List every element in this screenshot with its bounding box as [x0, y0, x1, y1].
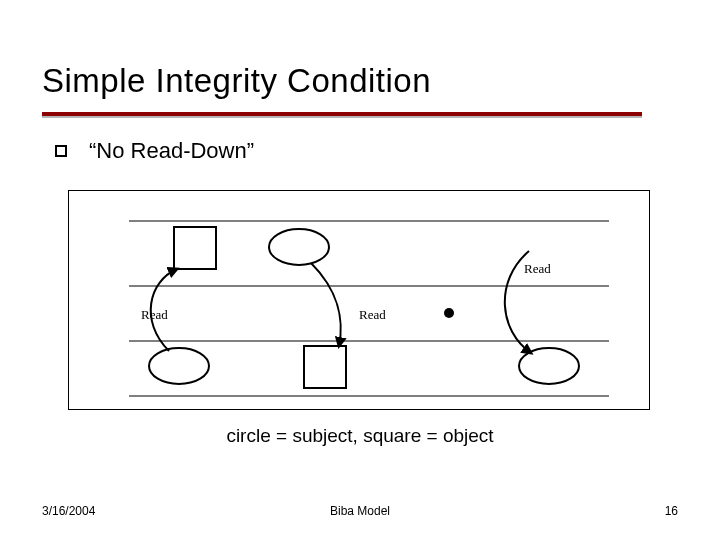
- read-label-mid: Read: [359, 307, 386, 322]
- arrow-read-mid: [311, 263, 341, 346]
- read-label-right: Read: [524, 261, 551, 276]
- read-label-left: Read: [141, 307, 168, 322]
- dot-icon: [444, 308, 454, 318]
- diagram-svg: Read Read Read: [69, 191, 651, 411]
- bullet-item: “No Read-Down”: [55, 138, 254, 164]
- bullet-marker-icon: [55, 145, 67, 157]
- slide: Simple Integrity Condition “No Read-Down…: [0, 0, 720, 540]
- object-square: [174, 227, 216, 269]
- subject-circle: [269, 229, 329, 265]
- footer-title: Biba Model: [0, 504, 720, 518]
- diagram-legend: circle = subject, square = object: [0, 425, 720, 447]
- subject-circle: [149, 348, 209, 384]
- title-underline-shadow: [42, 116, 642, 118]
- object-square: [304, 346, 346, 388]
- subject-circle: [519, 348, 579, 384]
- slide-title: Simple Integrity Condition: [42, 62, 431, 100]
- footer-page-number: 16: [665, 504, 678, 518]
- diagram-frame: Read Read Read: [68, 190, 650, 410]
- bullet-text: “No Read-Down”: [89, 138, 254, 164]
